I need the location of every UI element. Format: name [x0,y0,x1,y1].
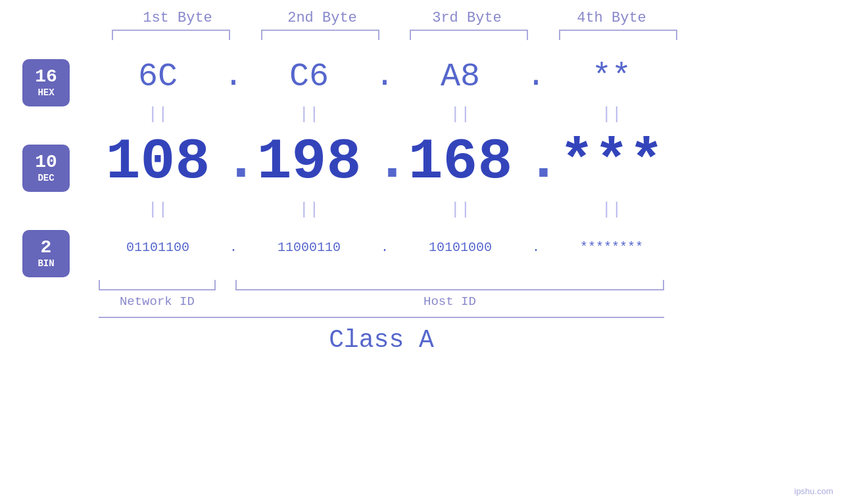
net-host-label-row: Network ID Host ID [92,294,671,309]
eq-2-byte-1: || [92,200,224,219]
bin-badge: 2 BIN [22,230,70,277]
equals-row-1: || || || || [92,103,845,126]
equals-row-2: || || || || [92,198,845,221]
bin-byte-3: 10101000 [395,240,526,255]
dec-badge: 10 DEC [22,145,70,192]
dot-hex-3: . [526,60,546,93]
header-section: 1st Byte 2nd Byte 3rd Byte 4th Byte [105,10,845,40]
eq-1-byte-2: || [243,104,375,124]
bin-byte-1: 01101100 [92,240,224,255]
byte-label-2: 2nd Byte [256,10,388,26]
dot-hex-1: . [224,60,243,93]
hex-cells: 6C . C6 . A8 . ** [92,58,677,95]
dot-dec-2: . [375,133,395,191]
bin-row: 01101100 . 11000110 . 10101000 . *******… [92,221,845,273]
eq-1-byte-1: || [92,104,224,124]
byte-label-3: 3rd Byte [401,10,533,26]
hex-byte-4: ** [546,58,677,95]
byte-labels-row: 1st Byte 2nd Byte 3rd Byte 4th Byte [105,10,684,26]
dot-bin-3: . [526,240,546,255]
network-id-label: Network ID [99,294,216,309]
bottom-bracket-row [92,280,671,290]
top-bracket-1 [112,30,230,40]
dot-dec-1: . [224,133,243,191]
byte-label-1: 1st Byte [112,10,243,26]
dec-cells: 108 . 198 . 168 . *** [92,129,677,195]
top-bracket-3 [410,30,528,40]
byte-label-4: 4th Byte [546,10,677,26]
class-divider [99,317,664,318]
top-bracket-2 [261,30,379,40]
class-label: Class A [99,326,664,354]
hex-byte-3: A8 [395,58,526,95]
page-container: 1st Byte 2nd Byte 3rd Byte 4th Byte 16 H… [0,0,845,354]
dot-hex-2: . [375,60,395,93]
eq-1-byte-4: || [546,104,677,124]
eq-2-byte-3: || [395,200,526,219]
dot-bin-1: . [224,240,243,255]
eq-2-byte-2: || [243,200,375,219]
watermark: ipshu.com [794,486,833,496]
bin-byte-4: ******** [546,240,677,255]
hex-row: 6C . C6 . A8 . ** [92,50,845,103]
dec-byte-3: 168 [395,129,526,195]
rows-and-badges: 16 HEX 10 DEC 2 BIN [0,50,845,280]
dec-byte-2: 198 [243,129,375,195]
hex-byte-1: 6C [92,58,224,95]
hex-badge: 16 HEX [22,59,70,106]
dot-dec-3: . [526,133,546,191]
badges-column: 16 HEX 10 DEC 2 BIN [0,50,92,280]
dot-bin-2: . [375,240,395,255]
eq-cells-2: || || || || [92,200,677,219]
dec-row: 108 . 198 . 168 . *** [92,126,845,198]
eq-1-byte-3: || [395,104,526,124]
top-bracket-row [105,30,684,40]
rows-column: 6C . C6 . A8 . ** || || || [92,50,845,280]
network-bracket [99,280,216,290]
host-bracket [235,280,664,290]
eq-cells-1: || || || || [92,104,677,124]
bin-byte-2: 11000110 [243,240,375,255]
eq-2-byte-4: || [546,200,677,219]
host-id-label: Host ID [235,294,664,309]
class-section: Class A [92,317,671,354]
dec-byte-1: 108 [92,129,224,195]
hex-byte-2: C6 [243,58,375,95]
top-bracket-4 [559,30,677,40]
bin-cells: 01101100 . 11000110 . 10101000 . *******… [92,240,677,255]
dec-byte-4: *** [546,129,677,195]
bottom-brackets-section: Network ID Host ID [92,280,845,309]
